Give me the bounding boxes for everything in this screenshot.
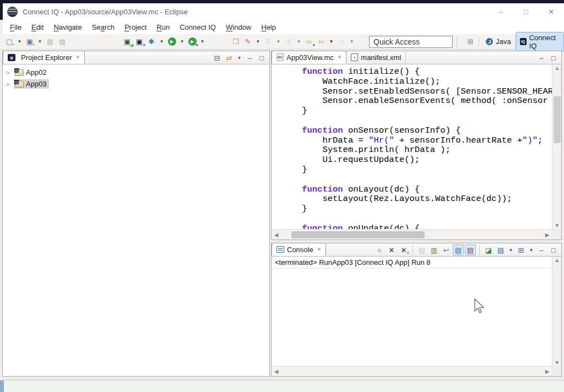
menu-window[interactable]: Window [221, 21, 256, 33]
tab-app03view-mc[interactable]: MCApp03View.mc✕ [272, 51, 346, 64]
open-console-icon[interactable]: ⊞ [516, 244, 527, 255]
close-window-button[interactable]: ✕ [539, 3, 564, 20]
back-dropdown[interactable]: ▾ [328, 36, 335, 47]
new-wizard-icon[interactable]: ▢✦ [4, 36, 15, 47]
menu-file[interactable]: File [5, 21, 26, 33]
menu-navigate[interactable]: Navigate [48, 21, 86, 33]
open-console-dropdown[interactable]: ▾ [528, 244, 535, 255]
maximize-icon[interactable]: □ [548, 244, 559, 255]
mc-file-icon: MC [276, 53, 284, 61]
tree-item-app03[interactable]: >IQApp03 [3, 78, 269, 90]
save-all-icon[interactable]: ▩ [57, 36, 68, 47]
clear-console-icon[interactable]: ▤ [416, 244, 427, 255]
collapse-all-icon[interactable]: ⊟ [212, 52, 223, 63]
open-perspective-icon[interactable]: ⊞ [465, 36, 475, 47]
perspective-java-button[interactable]: J Java [481, 36, 515, 47]
close-icon[interactable]: ✕ [338, 55, 342, 60]
remove-launch-icon[interactable]: ✕ [386, 244, 397, 255]
menu-help[interactable]: Help [256, 21, 281, 33]
external-tools-icon[interactable]: ▶● [187, 36, 198, 47]
scroll-right-icon[interactable]: ▶ [543, 231, 552, 238]
quick-access-input[interactable]: Quick Access [369, 36, 453, 48]
link-with-editor-icon[interactable]: ⇄ [224, 52, 235, 63]
console-panel: Console ✕ ■✕✕✕▤▥↩▤▤◪▤▾⊞▾–□ <terminated> … [271, 243, 562, 377]
expand-chevron-icon[interactable]: > [6, 81, 14, 88]
pin-console-icon[interactable]: ◪ [483, 244, 494, 255]
show-on-stderr-icon[interactable]: ▤ [465, 244, 476, 255]
scroll-left-icon[interactable]: ◀ [272, 231, 281, 238]
run-dropdown[interactable]: ▾ [178, 36, 186, 47]
editor-vertical-scrollbar[interactable]: ▲ ▼ [552, 64, 561, 229]
scroll-lock-icon[interactable]: ▥ [429, 244, 440, 255]
back-icon[interactable]: ⇦ [316, 36, 327, 47]
menu-edit[interactable]: Edit [26, 21, 48, 33]
mark-occurrences-icon[interactable]: ✎ [242, 36, 253, 47]
display-console-icon[interactable]: ▤ [495, 244, 506, 255]
show-on-stdout-icon[interactable]: ▤ [453, 244, 464, 255]
scrollbar-corner [552, 229, 561, 239]
window-title: Connect IQ - App03/source/App03View.mc -… [23, 8, 188, 16]
open-task-icon[interactable]: ❒ [230, 36, 241, 47]
forward-icon[interactable]: ⇨ [336, 36, 347, 47]
remove-all-terminated-icon[interactable]: ✕✕ [398, 244, 409, 255]
minimize-window-button[interactable]: – [488, 3, 513, 20]
code-line: System.println( hrData ); [281, 145, 552, 155]
console-horizontal-scrollbar[interactable]: ◀ ▶ [272, 366, 552, 376]
run-icon[interactable]: ▶ [166, 36, 177, 47]
menu-project[interactable]: Project [120, 21, 151, 33]
connectiq-simulator-icon[interactable]: ▣● [134, 36, 145, 47]
maximize-icon[interactable]: □ [548, 52, 559, 63]
save-icon[interactable]: ▦ [45, 36, 56, 47]
perspective-connectiq-button[interactable]: IQ Connect IQ [516, 32, 564, 52]
forward-dropdown[interactable]: ▾ [348, 36, 355, 47]
project-name: App03 [26, 80, 47, 88]
new-connectiq-project-icon[interactable]: ▣✦ [24, 36, 35, 47]
view-menu-icon[interactable]: ▾ [236, 52, 243, 63]
code-editor[interactable]: function initialize() { WatchFace.initia… [272, 64, 552, 229]
scroll-right-icon[interactable]: ▶ [543, 368, 552, 375]
word-wrap-icon[interactable]: ↩ [441, 244, 452, 255]
editor-horizontal-scrollbar[interactable]: ◀ ▶ [272, 229, 552, 239]
console-vertical-scrollbar[interactable]: ▲ ▼ [552, 257, 561, 366]
scroll-left-icon[interactable]: ◀ [272, 368, 281, 375]
minimize-icon[interactable]: – [536, 52, 547, 63]
mark-occurrences-dropdown[interactable]: ▾ [254, 36, 262, 47]
eclipse-logo-icon [7, 7, 18, 17]
next-annotation-dropdown[interactable]: ▾ [275, 36, 282, 47]
console-output[interactable] [272, 269, 552, 366]
code-line: Sensor.enableSensorEvents( method( :onSe… [281, 96, 552, 106]
tab-console[interactable]: Console ✕ [272, 243, 326, 256]
tab-project-explorer[interactable]: ▤ Project Explorer ✕ [3, 51, 85, 64]
scrollbar-thumb[interactable] [554, 96, 561, 143]
debug-dropdown[interactable]: ▾ [158, 36, 165, 47]
close-icon[interactable]: ✕ [75, 55, 80, 60]
menu-search[interactable]: Search [87, 21, 120, 33]
previous-annotation-icon[interactable]: ⇧ [283, 36, 294, 47]
maximize-window-button[interactable]: □ [513, 3, 539, 20]
scroll-down-icon[interactable]: ▼ [552, 222, 562, 229]
terminate-icon[interactable]: ■ [374, 244, 385, 255]
debug-icon[interactable]: ✱ [146, 36, 157, 47]
minimize-icon[interactable]: – [536, 244, 547, 255]
display-console-dropdown[interactable]: ▾ [507, 244, 514, 255]
new-connectiq-project-dropdown[interactable]: ▾ [36, 36, 44, 47]
tree-item-app02[interactable]: >IQApp02 [3, 67, 269, 78]
minimize-icon[interactable]: – [244, 52, 255, 63]
next-annotation-icon[interactable]: ⇩ [263, 36, 274, 47]
close-icon[interactable]: ✕ [317, 247, 322, 252]
scroll-up-icon[interactable]: ▲ [552, 64, 562, 72]
tab-manifest-xml[interactable]: xmanifest.xml [346, 51, 406, 64]
menu-connect-iq[interactable]: Connect IQ [175, 21, 221, 33]
maximize-icon[interactable]: □ [256, 52, 267, 63]
scroll-up-icon[interactable]: ▲ [552, 257, 562, 264]
external-tools-dropdown[interactable]: ▾ [199, 36, 206, 47]
last-edit-location-icon[interactable]: ⇦● [303, 36, 314, 47]
expand-chevron-icon[interactable]: > [6, 69, 14, 76]
connectiq-project-folder-icon: IQ [15, 81, 24, 88]
scrollbar-thumb[interactable] [291, 231, 425, 238]
connectiq-sdk-manager-icon[interactable]: ▣◢ [122, 36, 133, 47]
scroll-down-icon[interactable]: ▼ [552, 359, 562, 366]
new-wizard-dropdown[interactable]: ▾ [16, 36, 23, 47]
previous-annotation-dropdown[interactable]: ▾ [295, 36, 302, 47]
menu-run[interactable]: Run [151, 21, 175, 33]
